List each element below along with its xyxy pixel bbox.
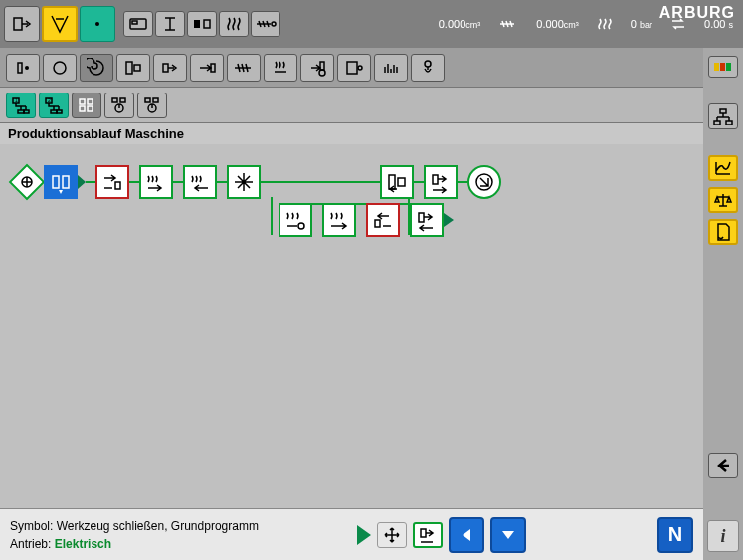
rail-tree-button[interactable] <box>708 103 738 129</box>
tab-grid-button[interactable] <box>72 93 101 118</box>
svg-rect-44 <box>433 175 438 184</box>
flow-branch <box>243 203 693 237</box>
rail-back-button[interactable] <box>708 453 738 478</box>
svg-text:2: 2 <box>48 97 51 103</box>
rail-chart-button[interactable] <box>708 155 738 181</box>
node-cool[interactable] <box>227 165 261 199</box>
nav-n-button[interactable]: N <box>657 517 693 553</box>
svg-point-15 <box>319 70 325 76</box>
mode-home-button[interactable] <box>4 6 40 42</box>
svg-rect-32 <box>120 98 125 102</box>
node-eject-back[interactable] <box>380 165 414 199</box>
node-decompression[interactable] <box>322 203 356 237</box>
tb-bars-button[interactable] <box>374 54 408 82</box>
tb-nozzle-button[interactable] <box>190 54 224 82</box>
tb-temp-button[interactable] <box>264 54 297 82</box>
toolbar-main <box>0 48 743 88</box>
tab-flow2-button[interactable]: 2 <box>39 93 69 118</box>
branch-arrow <box>444 203 454 237</box>
page-title: Produktionsablauf Maschine <box>0 123 743 144</box>
drive-value: Elektrisch <box>55 537 111 551</box>
tab-power2-button[interactable] <box>137 93 167 118</box>
card-icon-button[interactable] <box>123 11 153 37</box>
node-dosing[interactable] <box>279 203 312 237</box>
arrow-marker <box>78 165 86 199</box>
right-rail: i <box>703 48 743 560</box>
tb-circle-button[interactable] <box>43 54 77 82</box>
svg-rect-41 <box>115 182 120 189</box>
flow-diagram <box>6 161 697 241</box>
bottom-bar: Symbol: Werkzeug schließen, Grundprogram… <box>0 508 703 560</box>
svg-rect-5 <box>204 20 210 28</box>
tb-spiral-button[interactable] <box>80 54 113 82</box>
node-injection[interactable] <box>139 165 173 199</box>
rail-doc-button[interactable] <box>708 219 738 245</box>
main-area <box>0 155 703 508</box>
rail-balance-button[interactable] <box>708 187 738 213</box>
svg-rect-34 <box>145 98 150 102</box>
rail-colors-button[interactable] <box>708 56 738 78</box>
svg-rect-50 <box>714 63 719 71</box>
svg-rect-4 <box>194 20 200 28</box>
node-nozzle-fwd[interactable] <box>95 165 129 199</box>
heat-icon-button[interactable] <box>219 11 249 37</box>
svg-rect-55 <box>726 121 732 125</box>
node-mold-close[interactable] <box>44 165 78 199</box>
readout-1: 0.000cm³ <box>439 18 481 30</box>
node-hold[interactable] <box>183 165 217 199</box>
tb-thermo-button[interactable] <box>300 54 334 82</box>
info-i-button[interactable] <box>155 11 185 37</box>
nav-down-button[interactable] <box>490 517 526 553</box>
tb-screw-button[interactable] <box>227 54 261 82</box>
svg-point-9 <box>54 62 66 74</box>
svg-point-17 <box>358 66 362 70</box>
svg-rect-30 <box>88 106 93 111</box>
tab-flow1-button[interactable]: 1 <box>6 93 36 118</box>
select-node-button[interactable] <box>413 522 443 548</box>
svg-point-46 <box>298 223 304 229</box>
svg-point-8 <box>25 66 29 70</box>
tb-robot-button[interactable] <box>411 54 445 82</box>
node-merge[interactable] <box>410 203 444 237</box>
svg-marker-58 <box>463 529 470 541</box>
svg-rect-43 <box>398 178 405 186</box>
svg-marker-56 <box>357 525 371 545</box>
svg-point-6 <box>272 22 276 26</box>
svg-rect-47 <box>375 220 380 227</box>
svg-rect-51 <box>720 63 725 71</box>
svg-point-18 <box>425 61 431 67</box>
top-bar: 0.000cm³ 0.000cm³ 0 bar 0.00 s ARBURG <box>0 0 743 48</box>
node-cycle-end[interactable] <box>467 165 501 199</box>
nav-left-button[interactable] <box>449 517 484 553</box>
svg-rect-53 <box>720 109 726 113</box>
tb-clamp-button[interactable] <box>116 54 150 82</box>
screw-icon-button[interactable] <box>251 11 280 37</box>
svg-rect-16 <box>347 62 357 74</box>
brand-logo: ARBURG <box>659 4 735 22</box>
toolbar-secondary: 1 2 <box>0 88 743 123</box>
svg-rect-25 <box>51 110 57 113</box>
svg-point-1 <box>95 22 99 26</box>
node-eject-fwd[interactable] <box>424 165 458 199</box>
symbol-label: Symbol: <box>10 519 53 533</box>
svg-rect-11 <box>134 65 140 71</box>
svg-rect-10 <box>126 62 132 74</box>
tb-eject-button[interactable] <box>153 54 187 82</box>
rail-info-button[interactable]: i <box>707 520 739 552</box>
play-icon[interactable] <box>357 521 371 549</box>
bottom-controls: N <box>357 517 693 553</box>
node-start[interactable] <box>9 164 46 201</box>
move-icon-button[interactable] <box>377 522 407 548</box>
readout-heat-icon <box>597 17 613 31</box>
tab-power1-button[interactable] <box>104 93 134 118</box>
symbol-value: Werkzeug schließen, Grundprogramm <box>57 519 259 533</box>
mode-auto-button[interactable] <box>80 6 115 42</box>
tb-record-button[interactable] <box>6 54 40 82</box>
node-nozzle-back[interactable] <box>366 203 400 237</box>
status-text: Symbol: Werkzeug schließen, Grundprogram… <box>10 517 259 553</box>
tb-ctrl-button[interactable] <box>337 54 371 82</box>
mode-manual-button[interactable] <box>42 6 78 42</box>
mold-icon-button[interactable] <box>187 11 217 37</box>
svg-marker-59 <box>502 531 514 539</box>
svg-marker-40 <box>78 175 86 189</box>
